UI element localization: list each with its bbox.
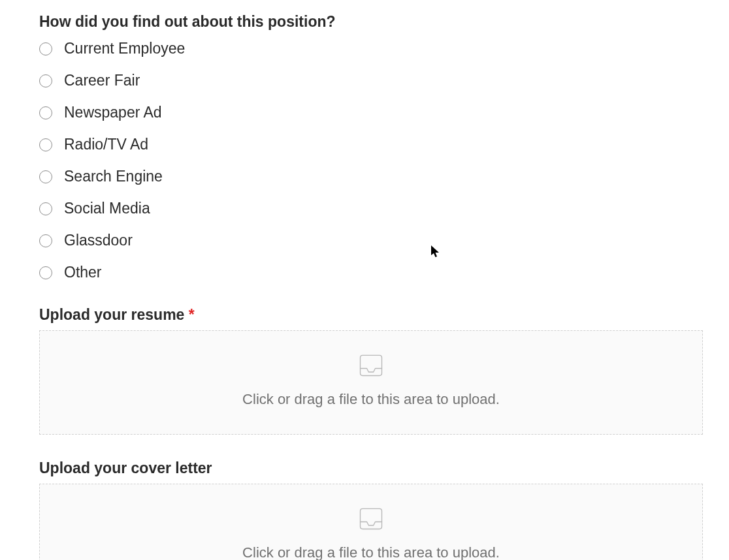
radio-option-social-media[interactable]: Social Media xyxy=(39,200,703,217)
cover-letter-upload-label: Upload your cover letter xyxy=(39,459,703,477)
radio-label: Newspaper Ad xyxy=(64,104,162,121)
resume-upload-label-text: Upload your resume xyxy=(39,306,184,323)
radio-option-newspaper-ad[interactable]: Newspaper Ad xyxy=(39,104,703,121)
radio-option-search-engine[interactable]: Search Engine xyxy=(39,168,703,185)
inbox-icon xyxy=(53,350,689,379)
resume-upload-label: Upload your resume * xyxy=(39,306,703,324)
referral-question-label: How did you find out about this position… xyxy=(39,13,703,31)
radio-input-search-engine[interactable] xyxy=(39,170,52,183)
radio-input-current-employee[interactable] xyxy=(39,42,52,55)
radio-input-glassdoor[interactable] xyxy=(39,234,52,247)
cover-letter-dropzone[interactable]: Click or drag a file to this area to upl… xyxy=(39,484,703,560)
radio-label: Glassdoor xyxy=(64,232,133,249)
inbox-icon xyxy=(53,504,689,533)
radio-label: Other xyxy=(64,264,102,281)
radio-option-career-fair[interactable]: Career Fair xyxy=(39,72,703,89)
radio-option-other[interactable]: Other xyxy=(39,264,703,281)
radio-input-social-media[interactable] xyxy=(39,202,52,215)
radio-label: Social Media xyxy=(64,200,150,217)
referral-radio-group: Current Employee Career Fair Newspaper A… xyxy=(39,40,703,281)
radio-label: Radio/TV Ad xyxy=(64,136,148,153)
referral-question-section: How did you find out about this position… xyxy=(39,13,703,281)
cover-letter-dropzone-text: Click or drag a file to this area to upl… xyxy=(53,544,689,560)
radio-input-radio-tv-ad[interactable] xyxy=(39,138,52,151)
radio-option-glassdoor[interactable]: Glassdoor xyxy=(39,232,703,249)
radio-label: Current Employee xyxy=(64,40,185,57)
cover-letter-upload-section: Upload your cover letter Click or drag a… xyxy=(39,459,703,560)
cover-letter-upload-label-text: Upload your cover letter xyxy=(39,459,212,476)
radio-input-newspaper-ad[interactable] xyxy=(39,106,52,119)
required-asterisk: * xyxy=(189,306,195,323)
radio-label: Search Engine xyxy=(64,168,163,185)
resume-dropzone-text: Click or drag a file to this area to upl… xyxy=(53,391,689,408)
resume-upload-section: Upload your resume * Click or drag a fil… xyxy=(39,306,703,435)
radio-option-radio-tv-ad[interactable]: Radio/TV Ad xyxy=(39,136,703,153)
radio-option-current-employee[interactable]: Current Employee xyxy=(39,40,703,57)
radio-input-other[interactable] xyxy=(39,266,52,279)
resume-dropzone[interactable]: Click or drag a file to this area to upl… xyxy=(39,330,703,435)
radio-input-career-fair[interactable] xyxy=(39,74,52,87)
radio-label: Career Fair xyxy=(64,72,140,89)
